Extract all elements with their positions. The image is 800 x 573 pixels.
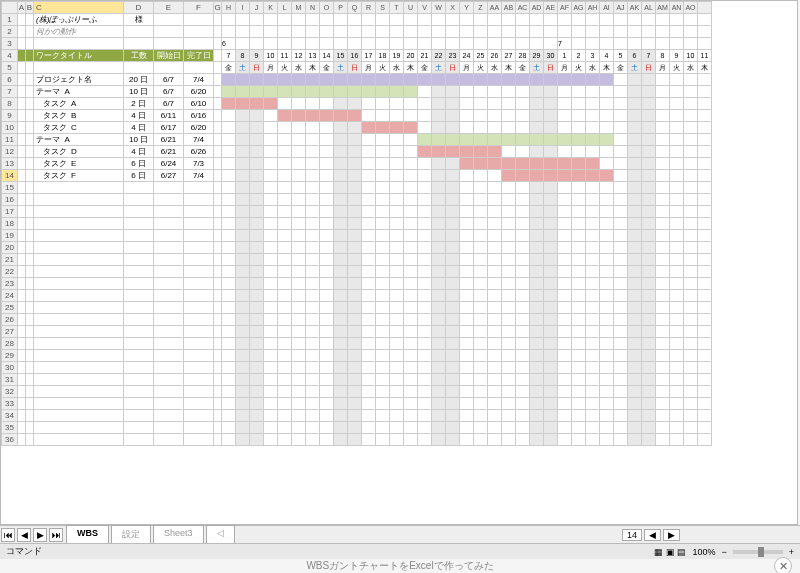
row-header[interactable]: 34 xyxy=(2,410,18,422)
gantt-cell[interactable] xyxy=(628,98,642,110)
col-header[interactable]: W xyxy=(432,2,446,14)
gantt-cell[interactable] xyxy=(278,230,292,242)
gantt-cell[interactable] xyxy=(628,182,642,194)
gantt-cell[interactable] xyxy=(250,170,264,182)
gantt-cell[interactable] xyxy=(530,230,544,242)
gantt-cell[interactable] xyxy=(376,302,390,314)
gantt-cell[interactable] xyxy=(362,134,376,146)
gantt-cell[interactable] xyxy=(502,266,516,278)
gantt-cell[interactable] xyxy=(586,110,600,122)
row-header[interactable]: 6 xyxy=(2,74,18,86)
gantt-cell[interactable] xyxy=(418,134,432,146)
gantt-cell[interactable] xyxy=(404,314,418,326)
gantt-cell[interactable] xyxy=(614,134,628,146)
cell[interactable] xyxy=(184,38,214,50)
gantt-cell[interactable] xyxy=(502,410,516,422)
gantt-cell[interactable] xyxy=(334,266,348,278)
cell[interactable] xyxy=(154,242,184,254)
gantt-cell[interactable] xyxy=(600,254,614,266)
gantt-cell[interactable] xyxy=(306,410,320,422)
gantt-cell[interactable] xyxy=(698,230,712,242)
gantt-cell[interactable] xyxy=(684,122,698,134)
gantt-cell[interactable] xyxy=(474,362,488,374)
cell[interactable] xyxy=(184,194,214,206)
gantt-cell[interactable] xyxy=(586,182,600,194)
gantt-cell[interactable] xyxy=(236,434,250,446)
gantt-cell[interactable] xyxy=(432,266,446,278)
gantt-cell[interactable] xyxy=(348,134,362,146)
gantt-cell[interactable] xyxy=(362,362,376,374)
gantt-cell[interactable] xyxy=(474,110,488,122)
gantt-cell[interactable] xyxy=(586,350,600,362)
cell[interactable] xyxy=(154,14,184,26)
gantt-cell[interactable] xyxy=(306,230,320,242)
gantt-cell[interactable] xyxy=(292,398,306,410)
gantt-cell[interactable] xyxy=(320,302,334,314)
gantt-cell[interactable] xyxy=(600,194,614,206)
col-header[interactable]: E xyxy=(154,2,184,14)
gantt-cell[interactable] xyxy=(474,254,488,266)
gantt-cell[interactable] xyxy=(306,86,320,98)
gantt-cell[interactable] xyxy=(586,206,600,218)
gantt-cell[interactable] xyxy=(642,182,656,194)
gantt-cell[interactable] xyxy=(530,74,544,86)
gantt-cell[interactable] xyxy=(474,86,488,98)
gantt-cell[interactable] xyxy=(222,158,236,170)
cell[interactable] xyxy=(214,398,222,410)
gantt-cell[interactable] xyxy=(530,434,544,446)
gantt-cell[interactable] xyxy=(278,386,292,398)
gantt-cell[interactable] xyxy=(488,74,502,86)
gantt-cell[interactable] xyxy=(376,362,390,374)
gantt-cell[interactable] xyxy=(222,338,236,350)
gantt-cell[interactable] xyxy=(236,182,250,194)
gantt-cell[interactable] xyxy=(600,86,614,98)
gantt-cell[interactable] xyxy=(670,410,684,422)
cell[interactable] xyxy=(18,254,26,266)
gantt-cell[interactable] xyxy=(418,338,432,350)
gantt-cell[interactable] xyxy=(698,146,712,158)
gantt-cell[interactable] xyxy=(628,230,642,242)
gantt-cell[interactable] xyxy=(264,158,278,170)
task-name-cell[interactable]: タスク E xyxy=(34,158,124,170)
gantt-cell[interactable] xyxy=(530,122,544,134)
col-header[interactable]: B xyxy=(26,2,34,14)
gantt-cell[interactable] xyxy=(544,278,558,290)
cell[interactable] xyxy=(34,230,124,242)
gantt-cell[interactable] xyxy=(334,410,348,422)
col-header[interactable]: S xyxy=(376,2,390,14)
gantt-cell[interactable] xyxy=(530,338,544,350)
gantt-cell[interactable] xyxy=(670,266,684,278)
col-header[interactable]: AB xyxy=(502,2,516,14)
gantt-cell[interactable] xyxy=(418,182,432,194)
gantt-cell[interactable] xyxy=(684,314,698,326)
gantt-cell[interactable] xyxy=(516,434,530,446)
gantt-cell[interactable] xyxy=(306,110,320,122)
gantt-cell[interactable] xyxy=(236,194,250,206)
cell[interactable] xyxy=(124,230,154,242)
gantt-cell[interactable] xyxy=(278,122,292,134)
gantt-cell[interactable] xyxy=(390,398,404,410)
gantt-cell[interactable] xyxy=(544,254,558,266)
gantt-cell[interactable] xyxy=(684,350,698,362)
gantt-cell[interactable] xyxy=(488,158,502,170)
gantt-cell[interactable] xyxy=(544,86,558,98)
cell[interactable] xyxy=(34,350,124,362)
gantt-cell[interactable] xyxy=(432,410,446,422)
col-header[interactable]: D xyxy=(124,2,154,14)
gantt-cell[interactable] xyxy=(418,302,432,314)
gantt-cell[interactable] xyxy=(572,86,586,98)
gantt-cell[interactable] xyxy=(348,182,362,194)
gantt-cell[interactable] xyxy=(222,386,236,398)
cell[interactable] xyxy=(26,266,34,278)
cell[interactable] xyxy=(18,398,26,410)
cell[interactable] xyxy=(34,254,124,266)
gantt-cell[interactable] xyxy=(530,362,544,374)
gantt-cell[interactable] xyxy=(236,350,250,362)
gantt-cell[interactable] xyxy=(670,242,684,254)
gantt-cell[interactable] xyxy=(264,122,278,134)
gantt-cell[interactable] xyxy=(628,290,642,302)
gantt-cell[interactable] xyxy=(586,158,600,170)
gantt-cell[interactable] xyxy=(376,326,390,338)
gantt-cell[interactable] xyxy=(292,266,306,278)
gantt-cell[interactable] xyxy=(390,194,404,206)
